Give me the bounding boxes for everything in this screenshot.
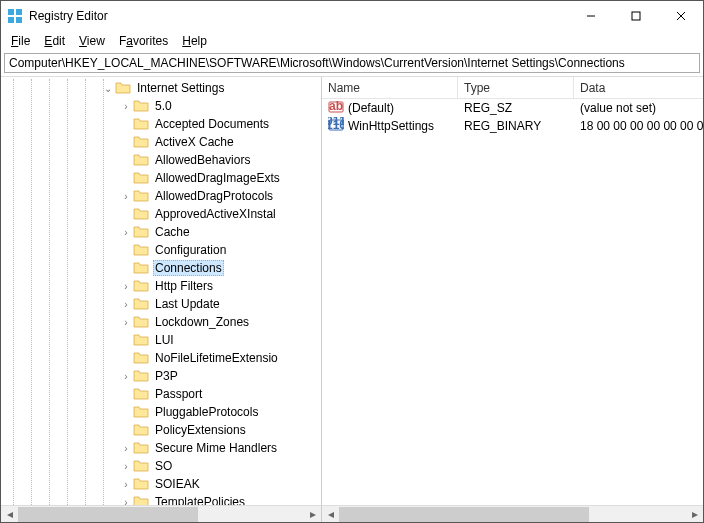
values-list[interactable]: ab(Default)REG_SZ(value not set)011110Wi… [322, 99, 703, 505]
folder-icon [133, 477, 149, 491]
col-header-data[interactable]: Data [574, 81, 703, 95]
close-button[interactable] [658, 1, 703, 31]
value-name: WinHttpSettings [348, 119, 434, 133]
folder-icon [133, 423, 149, 437]
tree-label: Accepted Documents [153, 117, 271, 131]
folder-icon [133, 225, 149, 239]
folder-icon [133, 135, 149, 149]
chevron-right-icon[interactable]: › [119, 461, 133, 472]
svg-text:ab: ab [329, 99, 343, 113]
tree-label: AllowedBehaviors [153, 153, 252, 167]
list-hscrollbar[interactable]: ◂ ▸ [322, 505, 703, 522]
folder-icon [133, 351, 149, 365]
tree-label: SO [153, 459, 174, 473]
tree[interactable]: ⌄Internet Settings›5.0·Accepted Document… [1, 77, 321, 505]
scroll-left-icon[interactable]: ◂ [322, 506, 339, 523]
folder-icon [133, 261, 149, 275]
folder-icon [133, 333, 149, 347]
chevron-right-icon[interactable]: › [119, 371, 133, 382]
scroll-right-icon[interactable]: ▸ [686, 506, 703, 523]
col-header-name[interactable]: Name [322, 77, 458, 98]
tree-label: LUI [153, 333, 176, 347]
maximize-button[interactable] [613, 1, 658, 31]
folder-icon [133, 369, 149, 383]
folder-icon [133, 297, 149, 311]
tree-twisty-none: · [119, 389, 133, 400]
folder-icon [133, 459, 149, 473]
tree-label: AllowedDragProtocols [153, 189, 275, 203]
chevron-right-icon[interactable]: › [119, 479, 133, 490]
folder-icon [133, 99, 149, 113]
chevron-right-icon[interactable]: › [119, 101, 133, 112]
tree-label: Internet Settings [135, 81, 226, 95]
menu-view[interactable]: View [73, 32, 111, 50]
tree-twisty-none: · [119, 155, 133, 166]
tree-twisty-none: · [119, 353, 133, 364]
menu-favorites[interactable]: Favorites [113, 32, 174, 50]
folder-icon [133, 441, 149, 455]
folder-icon [133, 207, 149, 221]
folder-icon [133, 243, 149, 257]
list-header: Name Type Data [322, 77, 703, 99]
tree-twisty-none: · [119, 209, 133, 220]
tree-label: Last Update [153, 297, 222, 311]
value-data: (value not set) [574, 101, 703, 115]
menu-help[interactable]: Help [176, 32, 213, 50]
titlebar: Registry Editor [1, 1, 703, 31]
tree-label: Lockdown_Zones [153, 315, 251, 329]
menu-edit[interactable]: Edit [38, 32, 71, 50]
chevron-right-icon[interactable]: › [119, 443, 133, 454]
tree-label: TemplatePolicies [153, 495, 247, 505]
value-type: REG_SZ [458, 101, 574, 115]
svg-text:110: 110 [328, 118, 344, 132]
folder-icon [133, 171, 149, 185]
tree-label: ActiveX Cache [153, 135, 236, 149]
col-header-type[interactable]: Type [458, 77, 574, 98]
values-panel: Name Type Data ab(Default)REG_SZ(value n… [322, 77, 703, 522]
chevron-right-icon[interactable]: › [119, 497, 133, 506]
folder-icon [133, 315, 149, 329]
chevron-right-icon[interactable]: › [119, 317, 133, 328]
tree-twisty-none: · [119, 425, 133, 436]
chevron-right-icon[interactable]: › [119, 281, 133, 292]
menu-file[interactable]: File [5, 32, 36, 50]
tree-label: PluggableProtocols [153, 405, 260, 419]
tree-twisty-none: · [119, 137, 133, 148]
chevron-right-icon[interactable]: › [119, 191, 133, 202]
tree-twisty-none: · [119, 119, 133, 130]
value-name: (Default) [348, 101, 394, 115]
tree-label: P3P [153, 369, 180, 383]
tree-label: SOIEAK [153, 477, 202, 491]
tree-label: Passport [153, 387, 204, 401]
folder-icon [133, 405, 149, 419]
svg-rect-3 [16, 17, 22, 23]
tree-twisty-none: · [119, 173, 133, 184]
folder-icon [133, 495, 149, 505]
chevron-right-icon[interactable]: › [119, 227, 133, 238]
tree-label: Cache [153, 225, 192, 239]
tree-label: PolicyExtensions [153, 423, 248, 437]
folder-icon [133, 117, 149, 131]
chevron-right-icon[interactable]: › [119, 299, 133, 310]
folder-icon [133, 279, 149, 293]
svg-rect-1 [16, 9, 22, 15]
tree-twisty-none: · [119, 335, 133, 346]
tree-label: ApprovedActiveXInstal [153, 207, 278, 221]
app-icon [7, 8, 23, 24]
value-data: 18 00 00 00 00 00 00 00 01 00 0 [574, 119, 703, 133]
address-bar[interactable]: Computer\HKEY_LOCAL_MACHINE\SOFTWARE\Mic… [4, 53, 700, 73]
tree-panel: ⌄Internet Settings›5.0·Accepted Document… [1, 77, 322, 522]
svg-rect-0 [8, 9, 14, 15]
minimize-button[interactable] [568, 1, 613, 31]
scroll-left-icon[interactable]: ◂ [1, 506, 18, 523]
window-title: Registry Editor [29, 9, 568, 23]
list-row[interactable]: 011110WinHttpSettingsREG_BINARY18 00 00 … [322, 117, 703, 135]
svg-rect-5 [632, 12, 640, 20]
tree-twisty-none: · [119, 263, 133, 274]
tree-label: Http Filters [153, 279, 215, 293]
scroll-right-icon[interactable]: ▸ [304, 506, 321, 523]
binary-value-icon: 011110 [328, 117, 344, 136]
tree-label: Secure Mime Handlers [153, 441, 279, 455]
list-row[interactable]: ab(Default)REG_SZ(value not set) [322, 99, 703, 117]
tree-hscrollbar[interactable]: ◂ ▸ [1, 505, 321, 522]
